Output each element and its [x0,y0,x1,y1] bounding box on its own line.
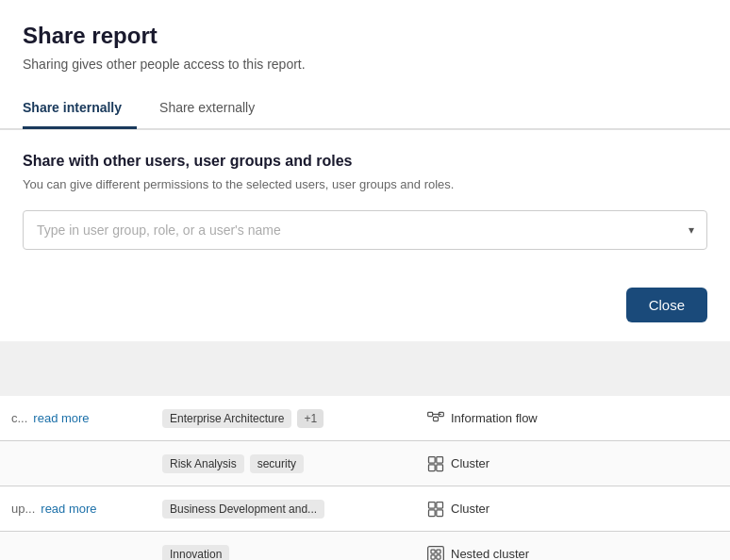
nested-cluster-icon [426,545,445,561]
table-cell-col3-2: Cluster [415,454,730,473]
tag-biz-dev: Business Development and... [162,500,324,519]
tab-share-externally[interactable]: Share externally [159,91,270,129]
table-cell-col2-4: Innovation [151,545,415,561]
svg-rect-9 [437,464,443,470]
svg-rect-16 [437,550,440,553]
user-search-wrapper: ▾ [23,210,707,250]
svg-rect-10 [429,502,436,508]
svg-rect-12 [429,509,436,516]
table-row: c... read more Enterprise Architecture +… [0,396,730,441]
svg-rect-8 [429,464,436,470]
read-more-link-3[interactable]: read more [41,502,96,516]
col3-text-4: Nested cluster [451,547,529,560]
svg-rect-15 [431,550,435,553]
col3-text-3: Cluster [451,502,489,516]
modal-footer: Close [0,272,730,341]
svg-rect-6 [429,456,436,463]
information-flow-icon [426,409,445,428]
badge-plus1: +1 [297,409,324,428]
tab-share-internally[interactable]: Share internally [23,91,137,129]
col3-text-1: Information flow [451,411,538,425]
tag-security: security [250,454,304,473]
svg-rect-11 [437,502,443,508]
truncated-prefix-3: up... [11,502,35,516]
svg-rect-7 [437,456,443,463]
modal-subtitle: Sharing gives other people access to thi… [23,57,707,72]
tabs-container: Share internally Share externally [0,91,730,129]
read-more-link-1[interactable]: read more [33,411,89,425]
svg-rect-18 [437,554,440,558]
table-row: up... read more Business Development and… [0,486,730,532]
table-row: Innovation Nested cluster [0,532,730,560]
table-cell-col1: c... read more [0,411,151,425]
modal-title: Share report [23,23,707,49]
table-cell-col3-3: Cluster [415,500,730,519]
section-desc: You can give different permissions to th… [23,177,707,191]
tag-innovation: Innovation [162,545,229,561]
modal-body: Share with other users, user groups and … [0,130,730,272]
svg-rect-13 [437,509,443,516]
cluster-icon-1 [426,454,445,473]
table-cell-col2-2: Risk Analysis security [151,454,415,473]
svg-rect-14 [428,546,444,560]
table-cell-col3-4: Nested cluster [415,545,730,561]
table-cell-col2: Enterprise Architecture +1 [151,409,415,428]
section-title: Share with other users, user groups and … [23,153,707,170]
close-button[interactable]: Close [626,288,707,322]
svg-rect-1 [434,417,439,420]
col3-text-2: Cluster [451,456,489,470]
table-cell-col3: Information flow [415,409,730,428]
user-search-input[interactable] [23,210,707,250]
table-cell-col1-3: up... read more [0,502,151,516]
share-modal: Share report Sharing gives other people … [0,0,730,130]
cluster-icon-2 [426,500,445,519]
truncated-prefix: c... [11,411,27,425]
tag-enterprise-arch: Enterprise Architecture [162,409,291,428]
svg-rect-0 [428,412,433,416]
table-row: Risk Analysis security Cluster [0,441,730,486]
svg-rect-17 [431,554,435,558]
tag-risk-analysis: Risk Analysis [162,454,244,473]
table-cell-col2-3: Business Development and... [151,500,415,519]
